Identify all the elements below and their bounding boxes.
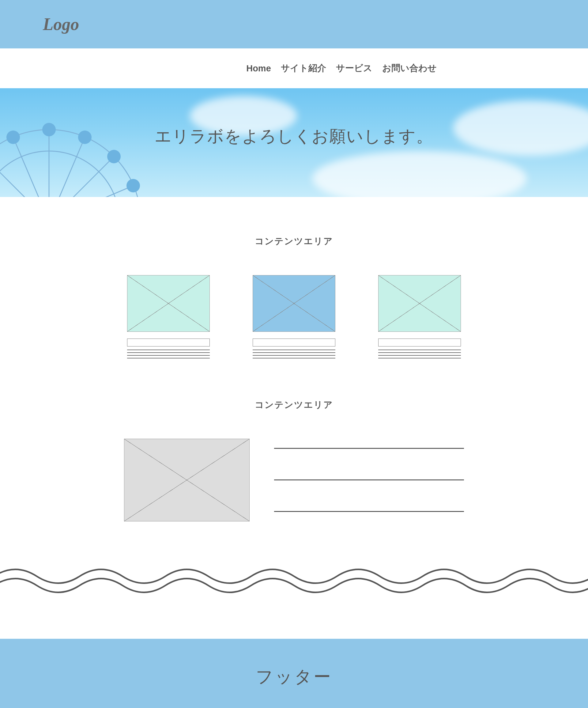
footer: フッター (0, 639, 588, 708)
svg-line-5 (0, 156, 114, 197)
svg-point-11 (42, 123, 56, 136)
title-placeholder (127, 338, 210, 347)
image-placeholder-icon (253, 275, 335, 332)
footer-title: フッター (256, 666, 333, 689)
card (127, 275, 210, 361)
svg-point-26 (6, 130, 20, 144)
svg-point-19 (78, 130, 92, 144)
logo[interactable]: Logo (43, 14, 79, 34)
nav-home[interactable]: Home (246, 63, 271, 73)
big-image (124, 439, 250, 522)
section1-title: コンテンツエリア (0, 235, 588, 247)
text-lines-placeholder (253, 350, 335, 358)
image-placeholder-icon (127, 275, 210, 332)
main-nav: Home サイト紹介 サービス お問い合わせ (0, 49, 588, 88)
image-placeholder-icon (378, 275, 461, 332)
svg-point-0 (0, 129, 141, 197)
cloud-decoration (312, 151, 527, 197)
hero-title: エリラボをよろしくお願いします。 (155, 125, 433, 148)
header: Logo (0, 0, 588, 49)
card (378, 275, 461, 361)
card (253, 275, 335, 361)
section2-title: コンテンツエリア (0, 399, 588, 411)
svg-point-15 (107, 150, 121, 163)
content2-row (0, 439, 588, 542)
cloud-decoration (453, 100, 588, 156)
image-placeholder-icon (124, 439, 250, 522)
nav-service[interactable]: サービス (336, 62, 372, 75)
svg-line-9 (0, 186, 133, 197)
nav-contact[interactable]: お問い合わせ (382, 62, 437, 75)
title-placeholder (378, 338, 461, 347)
cards-row (0, 275, 588, 361)
ferris-wheel-icon (0, 111, 159, 197)
title-placeholder (253, 338, 335, 347)
svg-point-20 (126, 179, 140, 193)
hero: エリラボをよろしくお願いします。 (0, 88, 588, 197)
text-lines-placeholder (274, 439, 464, 542)
wave-divider-icon (0, 561, 588, 602)
text-lines-placeholder (127, 350, 210, 358)
text-lines-placeholder (378, 350, 461, 358)
svg-line-6 (0, 156, 114, 197)
svg-line-8 (0, 186, 133, 197)
nav-about[interactable]: サイト紹介 (281, 62, 326, 75)
